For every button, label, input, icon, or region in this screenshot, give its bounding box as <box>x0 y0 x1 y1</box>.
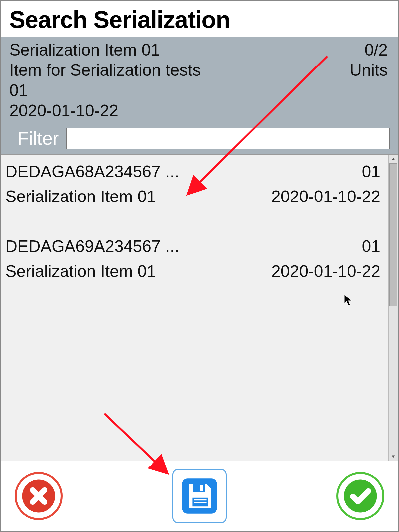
filter-label: Filter <box>15 127 59 150</box>
cancel-button[interactable] <box>11 469 66 523</box>
result-item-name: Serialization Item 01 <box>5 184 156 209</box>
page-title: Search Serialization <box>1 1 398 37</box>
result-row[interactable]: DEDAGA68A234567 ...01Serialization Item … <box>1 155 388 229</box>
result-serial: DEDAGA68A234567 ... <box>5 159 179 184</box>
filter-input[interactable] <box>66 128 390 149</box>
svg-marker-1 <box>392 455 395 458</box>
info-uom: Units <box>350 60 390 80</box>
result-item-name: Serialization Item 01 <box>5 259 156 284</box>
scrollbar[interactable] <box>388 155 398 461</box>
cancel-icon <box>14 471 64 521</box>
result-qty: 01 <box>362 234 380 259</box>
search-serialization-window: Search Serialization Serialization Item … <box>0 0 399 532</box>
info-date: 2020-01-10-22 <box>9 101 390 121</box>
info-item-name: Serialization Item 01 <box>9 40 364 60</box>
confirm-icon <box>335 471 385 521</box>
save-button[interactable] <box>172 469 227 523</box>
scroll-up-arrow-icon[interactable] <box>389 155 398 163</box>
results-area: DEDAGA68A234567 ...01Serialization Item … <box>1 154 398 461</box>
svg-rect-6 <box>200 485 203 491</box>
scroll-thumb[interactable] <box>389 163 397 306</box>
info-item-desc: Item for Serialization tests <box>9 60 350 80</box>
result-date: 2020-01-10-22 <box>271 184 380 209</box>
svg-marker-0 <box>392 158 395 160</box>
scroll-down-arrow-icon[interactable] <box>389 452 398 461</box>
filter-row: Filter <box>9 121 390 154</box>
result-qty: 01 <box>362 159 380 184</box>
svg-rect-8 <box>194 499 206 500</box>
confirm-button[interactable] <box>333 469 388 523</box>
item-info-panel: Serialization Item 01 0/2 Item for Seria… <box>1 37 398 154</box>
result-serial: DEDAGA69A234567 ... <box>5 234 179 259</box>
save-icon <box>180 476 219 516</box>
result-date: 2020-01-10-22 <box>271 259 380 284</box>
results-list: DEDAGA68A234567 ...01Serialization Item … <box>1 155 388 461</box>
info-line-code: 01 <box>9 80 390 101</box>
info-count: 0/2 <box>364 40 390 60</box>
footer-toolbar <box>1 461 398 531</box>
result-row[interactable]: DEDAGA69A234567 ...01Serialization Item … <box>1 229 388 304</box>
svg-rect-9 <box>194 502 206 503</box>
